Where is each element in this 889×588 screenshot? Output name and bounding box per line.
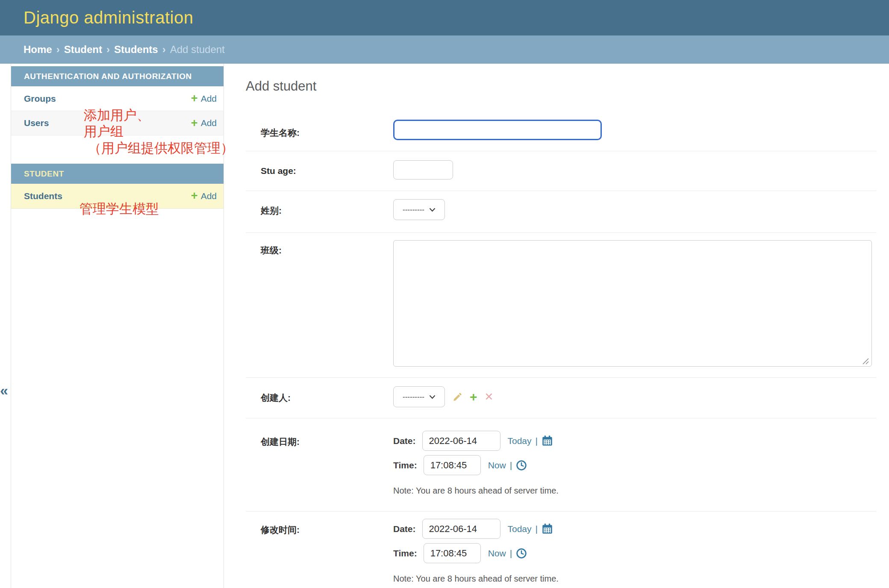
modified-date-input[interactable] bbox=[422, 519, 500, 539]
divider bbox=[246, 191, 876, 191]
annotation-student-note: 管理学生模型 bbox=[79, 200, 159, 218]
users-link[interactable]: Users bbox=[24, 118, 49, 128]
gender-label: 姓别: bbox=[261, 205, 282, 217]
resize-handle-icon[interactable] bbox=[863, 358, 869, 365]
annotation-auth-line2: 用户组 bbox=[84, 123, 124, 141]
plus-icon: + bbox=[191, 93, 198, 104]
creator-selected-value: --------- bbox=[403, 393, 424, 401]
divider bbox=[246, 151, 876, 151]
divider bbox=[246, 511, 876, 512]
created-time-input[interactable] bbox=[424, 455, 481, 475]
divider bbox=[246, 377, 876, 378]
add-user-button[interactable]: + Add bbox=[191, 118, 217, 129]
edit-pencil-icon[interactable] bbox=[452, 392, 462, 402]
time-label: Time: bbox=[393, 460, 417, 470]
calendar-icon[interactable] bbox=[542, 435, 553, 447]
add-student-button[interactable]: + Add bbox=[191, 190, 217, 202]
add-group-label: Add bbox=[201, 94, 217, 104]
student-name-label: 学生名称: bbox=[261, 127, 300, 139]
time-label: Time: bbox=[393, 548, 417, 559]
created-now-link[interactable]: Now bbox=[488, 460, 506, 470]
gender-selected-value: --------- bbox=[403, 206, 424, 214]
created-time-line: Time: Now | bbox=[393, 455, 559, 475]
divider bbox=[246, 232, 876, 233]
date-label: Date: bbox=[393, 524, 416, 534]
sidebar-section-auth-caption: AUTHENTICATION AND AUTHORIZATION bbox=[11, 66, 224, 86]
breadcrumb-link-students-model[interactable]: Students bbox=[114, 44, 158, 56]
server-time-note: Note: You are 8 hours ahead of server ti… bbox=[393, 486, 559, 496]
plus-icon: + bbox=[191, 190, 198, 202]
add-user-label: Add bbox=[201, 118, 217, 128]
created-today-link[interactable]: Today bbox=[508, 436, 532, 446]
link-separator: | bbox=[510, 460, 512, 470]
breadcrumb-separator: › bbox=[162, 44, 166, 56]
plus-icon: + bbox=[191, 118, 198, 129]
link-separator: | bbox=[536, 524, 538, 534]
link-separator: | bbox=[536, 436, 538, 446]
creator-select[interactable]: --------- bbox=[393, 386, 445, 407]
breadcrumb-link-student-app[interactable]: Student bbox=[64, 44, 102, 56]
delete-related-icon[interactable]: ✕ bbox=[485, 391, 494, 402]
modified-date-line: Date: Today | bbox=[393, 519, 559, 539]
modified-label: 修改时间: bbox=[261, 524, 300, 536]
page-title: Add student bbox=[246, 79, 316, 94]
calendar-icon[interactable] bbox=[542, 523, 553, 535]
created-date-line: Date: Today | bbox=[393, 431, 559, 451]
add-related-icon[interactable]: + bbox=[470, 391, 477, 403]
clock-icon[interactable] bbox=[516, 460, 527, 471]
breadcrumb-current: Add student bbox=[170, 44, 225, 56]
divider bbox=[246, 418, 876, 418]
sidebar-section-student-caption: STUDENT bbox=[11, 164, 224, 184]
annotation-auth-line3: （用户组提供权限管理） bbox=[88, 139, 234, 157]
annotation-auth-line1: 添加用户、 bbox=[84, 106, 150, 124]
app-header: Django administration bbox=[0, 0, 889, 35]
sidebar-collapse-toggle[interactable]: « bbox=[0, 383, 8, 397]
creator-label: 创建人: bbox=[261, 392, 291, 404]
class-textarea[interactable] bbox=[393, 240, 872, 367]
breadcrumb-link-home[interactable]: Home bbox=[24, 44, 52, 56]
creator-actions: + ✕ bbox=[452, 386, 493, 407]
stu-age-input[interactable] bbox=[393, 160, 453, 179]
modified-now-link[interactable]: Now bbox=[488, 548, 506, 559]
link-separator: | bbox=[510, 548, 512, 559]
student-name-input[interactable] bbox=[393, 120, 602, 140]
add-student-label: Add bbox=[201, 191, 217, 201]
add-group-button[interactable]: + Add bbox=[191, 93, 217, 104]
server-time-note: Note: You are 8 hours ahead of server ti… bbox=[393, 574, 559, 584]
students-link[interactable]: Students bbox=[24, 191, 62, 201]
created-label: 创建日期: bbox=[261, 436, 300, 448]
chevron-down-icon bbox=[429, 395, 436, 399]
modified-time-input[interactable] bbox=[424, 543, 481, 563]
modified-today-link[interactable]: Today bbox=[508, 524, 532, 534]
breadcrumb-separator: › bbox=[56, 44, 60, 56]
site-title-link[interactable]: Django administration bbox=[24, 8, 193, 27]
date-label: Date: bbox=[393, 436, 416, 446]
breadcrumb-separator: › bbox=[106, 44, 110, 56]
created-datetime-group: Date: Today | Time: Now | bbox=[393, 431, 559, 496]
gender-select[interactable]: --------- bbox=[393, 199, 445, 220]
modified-time-line: Time: Now | bbox=[393, 543, 559, 563]
modified-datetime-group: Date: Today | Time: Now | bbox=[393, 519, 559, 584]
created-date-input[interactable] bbox=[422, 431, 500, 451]
breadcrumb: Home › Student › Students › Add student bbox=[0, 35, 889, 64]
clock-icon[interactable] bbox=[516, 548, 527, 559]
class-label: 班级: bbox=[261, 244, 282, 256]
groups-link[interactable]: Groups bbox=[24, 94, 56, 104]
stu-age-label: Stu age: bbox=[261, 166, 296, 176]
chevron-down-icon bbox=[429, 208, 436, 212]
